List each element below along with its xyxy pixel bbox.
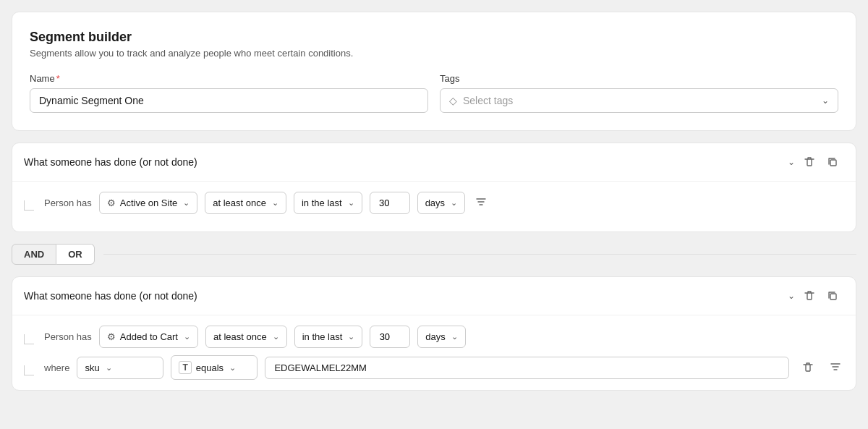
filter-icon-2 xyxy=(830,361,841,373)
condition-1-header: What someone has done (or not done) ⌄ xyxy=(12,143,856,182)
event-type-dropdown-2[interactable]: ⚙ Added to Cart ⌄ xyxy=(99,326,198,348)
condition-2-person-row: Person has ⚙ Added to Cart ⌄ at least on… xyxy=(24,326,844,348)
event-type-label-2: Added to Cart xyxy=(120,331,178,342)
tags-select[interactable]: ◇ Select tags ⌄ xyxy=(440,88,838,113)
time-range-label-1: in the last xyxy=(302,197,342,208)
name-input[interactable] xyxy=(30,88,428,113)
where-operator-chevron: ⌄ xyxy=(229,363,236,373)
tags-label: Tags xyxy=(440,73,838,84)
condition-1-type-label: What someone has done (or not done) xyxy=(24,156,197,168)
frequency-chevron-2: ⌄ xyxy=(273,332,279,341)
days-unit-dropdown-2[interactable]: days ⌄ xyxy=(417,326,465,348)
time-range-chevron-2: ⌄ xyxy=(348,332,354,341)
filter-button-1[interactable] xyxy=(472,193,490,213)
condition-2-where-row: where sku ⌄ T equals ⌄ xyxy=(24,355,844,380)
frequency-chevron-1: ⌄ xyxy=(272,198,278,208)
segment-builder-card: Segment builder Segments allow you to tr… xyxy=(12,12,856,131)
event-type-dropdown-1[interactable]: ⚙ Active on Site ⌄ xyxy=(99,192,198,214)
days-unit-dropdown-1[interactable]: days ⌄ xyxy=(417,192,465,214)
tree-connector-1 xyxy=(24,200,34,205)
days-unit-label-1: days xyxy=(425,197,445,208)
condition-2-type-label: What someone has done (or not done) xyxy=(24,290,197,302)
frequency-label-2: at least once xyxy=(213,331,267,342)
condition-1-body: Person has ⚙ Active on Site ⌄ at least o… xyxy=(12,182,856,232)
condition-1-type-select[interactable]: What someone has done (or not done) ⌄ xyxy=(24,156,798,168)
condition-2-card: What someone has done (or not done) ⌄ Pe… xyxy=(12,276,856,391)
filter-button-2[interactable] xyxy=(827,358,844,378)
days-unit-label-2: days xyxy=(425,331,445,342)
filter-icon-1 xyxy=(475,196,487,208)
branch-corner-2 xyxy=(24,334,34,344)
tree-connector-2 xyxy=(24,334,34,339)
frequency-dropdown-2[interactable]: at least once ⌄ xyxy=(205,326,287,348)
condition-2-body: Person has ⚙ Added to Cart ⌄ at least on… xyxy=(12,315,856,390)
and-or-row: AND OR xyxy=(12,244,856,265)
gear-icon-1: ⚙ xyxy=(107,197,116,208)
frequency-dropdown-1[interactable]: at least once ⌄ xyxy=(205,192,286,214)
days-unit-chevron-1: ⌄ xyxy=(451,198,457,208)
where-value-input[interactable] xyxy=(265,357,789,379)
frequency-label-1: at least once xyxy=(213,197,266,208)
copy-icon xyxy=(827,156,838,168)
days-count-input-2[interactable] xyxy=(370,326,410,348)
branch-corner-3 xyxy=(24,365,34,375)
where-property-dropdown[interactable]: sku ⌄ xyxy=(77,357,163,379)
tags-group: Tags ◇ Select tags ⌄ xyxy=(440,73,838,113)
condition-1-copy-button[interactable] xyxy=(821,153,844,171)
name-group: Name* xyxy=(30,73,428,113)
condition-2-type-select[interactable]: What someone has done (or not done) ⌄ xyxy=(24,290,798,302)
form-row: Name* Tags ◇ Select tags ⌄ xyxy=(30,73,838,113)
tag-icon: ◇ xyxy=(449,95,457,106)
event-type-chevron-1: ⌄ xyxy=(183,198,190,208)
gear-icon-2: ⚙ xyxy=(107,331,116,342)
condition-2-chevron-icon: ⌄ xyxy=(788,291,795,301)
name-label: Name* xyxy=(30,73,428,84)
days-count-input-1[interactable] xyxy=(370,192,410,214)
tags-chevron-icon: ⌄ xyxy=(822,95,829,106)
trash-icon xyxy=(804,156,815,168)
time-range-dropdown-2[interactable]: in the last ⌄ xyxy=(294,326,363,348)
days-unit-chevron-2: ⌄ xyxy=(451,332,458,341)
and-or-separator xyxy=(103,254,856,255)
where-operator-type-icon: T xyxy=(179,361,191,374)
page-subtitle: Segments allow you to track and analyze … xyxy=(30,48,838,59)
svg-rect-1 xyxy=(830,294,836,300)
condition-1-card: What someone has done (or not done) ⌄ Pe… xyxy=(12,143,856,232)
and-button[interactable]: AND xyxy=(12,244,56,265)
required-indicator: * xyxy=(56,73,60,84)
time-range-dropdown-1[interactable]: in the last ⌄ xyxy=(294,192,362,214)
condition-1-person-row: Person has ⚙ Active on Site ⌄ at least o… xyxy=(24,192,844,214)
time-range-label-2: in the last xyxy=(302,331,343,342)
where-operator-dropdown[interactable]: T equals ⌄ xyxy=(171,355,258,380)
where-label: where xyxy=(44,362,69,373)
where-property-label: sku xyxy=(85,362,99,373)
condition-2-delete-button[interactable] xyxy=(798,287,821,305)
tags-placeholder: Select tags xyxy=(463,95,822,106)
trash-icon-2 xyxy=(804,290,815,302)
page-title: Segment builder xyxy=(30,30,838,45)
trash-icon-3 xyxy=(802,362,814,373)
where-property-chevron: ⌄ xyxy=(106,363,112,373)
person-has-label-1: Person has xyxy=(44,197,92,208)
condition-2-copy-button[interactable] xyxy=(821,287,844,305)
svg-rect-0 xyxy=(830,160,836,166)
person-has-label-2: Person has xyxy=(44,331,92,342)
event-type-chevron-2: ⌄ xyxy=(184,332,190,341)
condition-2-header: What someone has done (or not done) ⌄ xyxy=(12,277,856,315)
time-range-chevron-1: ⌄ xyxy=(348,198,354,208)
or-button[interactable]: OR xyxy=(56,244,95,265)
branch-corner-1 xyxy=(24,200,34,211)
tree-connector-3 xyxy=(24,365,34,370)
condition-1-delete-button[interactable] xyxy=(798,153,821,171)
where-delete-button[interactable] xyxy=(796,359,820,376)
copy-icon-2 xyxy=(827,290,838,302)
condition-1-chevron-icon: ⌄ xyxy=(788,157,795,167)
where-operator-label: equals xyxy=(196,362,224,373)
event-type-label-1: Active on Site xyxy=(120,197,178,208)
